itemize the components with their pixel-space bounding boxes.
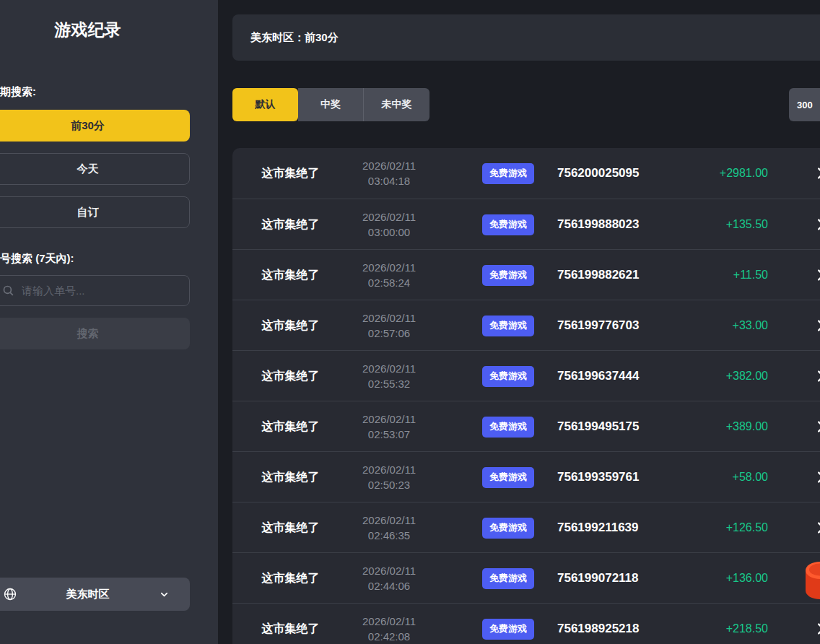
- filter-custom-button[interactable]: 自订: [0, 196, 190, 228]
- play-date: 2026/02/11: [362, 209, 416, 225]
- free-game-badge: 免费游戏: [482, 316, 534, 336]
- play-date: 2026/02/11: [362, 462, 416, 477]
- table-row[interactable]: 这市集绝了 2026/02/11 02:55:32 免费游戏 756199637…: [232, 350, 820, 401]
- play-time: 02:55:32: [368, 376, 410, 391]
- filter-today-button[interactable]: 今天: [0, 153, 190, 185]
- game-name: 这市集绝了: [232, 351, 349, 401]
- game-name: 这市集绝了: [232, 199, 349, 250]
- free-game-badge: 免费游戏: [482, 467, 534, 488]
- free-game-badge: 免费游戏: [482, 163, 534, 184]
- table-row[interactable]: 这市集绝了 2026/02/11 02:44:06 免费游戏 756199072…: [232, 552, 820, 603]
- chevron-right-icon[interactable]: [810, 351, 820, 401]
- filter-last-30min-button[interactable]: 前30分: [0, 110, 190, 142]
- play-time: 03:00:00: [368, 225, 410, 240]
- date-search-label: 期搜索:: [0, 85, 36, 99]
- chevron-right-icon[interactable]: [810, 199, 820, 250]
- table-row[interactable]: 这市集绝了 2026/02/11 02:57:06 免费游戏 756199776…: [232, 300, 820, 350]
- table-row[interactable]: 这市集绝了 2026/02/11 02:46:35 免费游戏 756199211…: [232, 502, 820, 552]
- table-row[interactable]: 这市集绝了 2026/02/11 03:04:18 免费游戏 756200025…: [232, 148, 820, 199]
- chevron-down-icon: [159, 589, 170, 600]
- play-time: 02:42:08: [368, 629, 410, 644]
- timezone-label: 美东时区: [17, 588, 159, 601]
- table-row[interactable]: 这市集绝了 2026/02/11 02:42:08 免费游戏 756198925…: [232, 603, 820, 644]
- play-datetime: 2026/02/11 03:04:18: [349, 148, 429, 199]
- table-row[interactable]: 这市集绝了 2026/02/11 03:00:00 免费游戏 756199888…: [232, 199, 820, 249]
- floating-promo-icon[interactable]: [804, 546, 820, 608]
- table-row[interactable]: 这市集绝了 2026/02/11 02:58:24 免费游戏 756199882…: [232, 249, 820, 300]
- game-name: 这市集绝了: [232, 401, 349, 452]
- chevron-right-icon[interactable]: [810, 148, 820, 199]
- page-size-selector[interactable]: 300: [789, 88, 820, 121]
- win-amount: +2981.00: [637, 148, 768, 199]
- timezone-selector[interactable]: 美东时区: [0, 578, 190, 611]
- records-table: 这市集绝了 2026/02/11 03:04:18 免费游戏 756200025…: [232, 148, 820, 644]
- play-datetime: 2026/02/11 02:46:35: [349, 502, 429, 553]
- globe-icon: [4, 588, 17, 601]
- win-amount: +382.00: [637, 351, 768, 401]
- free-game-badge: 免费游戏: [482, 265, 534, 286]
- play-time: 02:50:23: [368, 477, 410, 492]
- play-time: 02:46:35: [368, 528, 410, 543]
- win-amount: +58.00: [637, 452, 768, 502]
- chevron-right-icon[interactable]: [810, 250, 820, 300]
- play-date: 2026/02/11: [362, 361, 416, 376]
- free-game-badge: 免费游戏: [482, 518, 534, 539]
- free-game-badge: 免费游戏: [482, 568, 534, 589]
- play-date: 2026/02/11: [362, 412, 416, 427]
- play-time: 03:04:18: [368, 173, 410, 188]
- play-datetime: 2026/02/11 02:57:06: [349, 300, 429, 351]
- free-game-badge: 免费游戏: [482, 417, 534, 438]
- win-amount: +11.50: [637, 250, 768, 300]
- free-game-badge: 免费游戏: [482, 366, 534, 387]
- header-bar: 美东时区：前30分: [232, 14, 820, 61]
- play-date: 2026/02/11: [362, 158, 416, 173]
- chevron-right-icon[interactable]: [810, 604, 820, 644]
- play-datetime: 2026/02/11 03:00:00: [349, 199, 429, 250]
- play-date: 2026/02/11: [362, 513, 416, 528]
- win-amount: +126.50: [637, 502, 768, 553]
- game-name: 这市集绝了: [232, 502, 349, 553]
- search-icon: [2, 284, 14, 297]
- play-time: 02:53:07: [368, 427, 410, 442]
- order-search-label: 号搜索 (7天內):: [0, 252, 74, 266]
- win-amount: +135.50: [637, 199, 768, 250]
- free-game-badge: 免费游戏: [482, 619, 534, 640]
- game-name: 这市集绝了: [232, 604, 349, 644]
- result-filter-tabs: 默认 中奖 未中奖: [232, 88, 429, 121]
- order-search-box[interactable]: [0, 275, 190, 306]
- table-row[interactable]: 这市集绝了 2026/02/11 02:50:23 免费游戏 756199359…: [232, 451, 820, 502]
- play-date: 2026/02/11: [362, 614, 416, 629]
- tab-not-won[interactable]: 未中奖: [363, 88, 429, 121]
- win-amount: +389.00: [637, 401, 768, 452]
- play-date: 2026/02/11: [362, 563, 416, 578]
- chevron-right-icon[interactable]: [810, 401, 820, 452]
- game-name: 这市集绝了: [232, 452, 349, 502]
- chevron-right-icon[interactable]: [810, 300, 820, 351]
- tab-default[interactable]: 默认: [232, 88, 298, 121]
- page-size-value: 300: [797, 100, 813, 110]
- win-amount: +136.00: [637, 553, 768, 604]
- play-datetime: 2026/02/11 02:50:23: [349, 452, 429, 502]
- play-datetime: 2026/02/11 02:55:32: [349, 351, 429, 401]
- play-time: 02:57:06: [368, 326, 410, 341]
- search-button[interactable]: 搜索: [0, 318, 190, 349]
- play-date: 2026/02/11: [362, 310, 416, 326]
- page-title: 游戏纪录: [0, 19, 190, 41]
- game-name: 这市集绝了: [232, 148, 349, 199]
- play-datetime: 2026/02/11 02:53:07: [349, 401, 429, 452]
- play-time: 02:44:06: [368, 578, 410, 593]
- order-search-input[interactable]: [22, 284, 166, 297]
- table-row[interactable]: 这市集绝了 2026/02/11 02:53:07 免费游戏 756199495…: [232, 401, 820, 451]
- play-datetime: 2026/02/11 02:44:06: [349, 553, 429, 604]
- play-date: 2026/02/11: [362, 260, 416, 275]
- chevron-right-icon[interactable]: [810, 452, 820, 502]
- sidebar: 游戏纪录 期搜索: 前30分 今天 自订 号搜索 (7天內): 搜索 美东时区: [0, 0, 218, 644]
- play-datetime: 2026/02/11 02:42:08: [349, 604, 429, 644]
- tab-won[interactable]: 中奖: [298, 88, 363, 121]
- win-amount: +218.50: [637, 604, 768, 644]
- game-name: 这市集绝了: [232, 300, 349, 351]
- win-amount: +33.00: [637, 300, 768, 351]
- game-name: 这市集绝了: [232, 250, 349, 300]
- play-datetime: 2026/02/11 02:58:24: [349, 250, 429, 300]
- game-name: 这市集绝了: [232, 553, 349, 604]
